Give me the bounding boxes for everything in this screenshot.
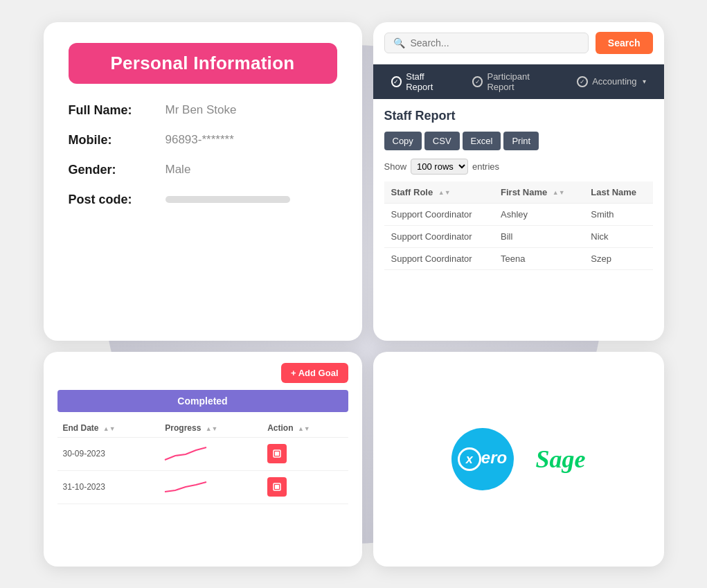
accounting-tab-icon: ✓ [577,76,588,87]
postcode-field: Post code: [69,193,337,207]
action-buttons-group: Copy CSV Excel Print [384,132,653,150]
goal-row-1: 30-09-2023 [57,437,348,470]
col-first-name[interactable]: First Name ▲▼ [494,181,584,204]
goal-action-1 [262,437,348,470]
goal-date-1: 30-09-2023 [57,437,160,470]
svg-rect-3 [275,485,279,489]
fullname-field: Full Name: Mr Ben Stoke [69,103,337,118]
goal-action-btn-2[interactable] [267,477,287,497]
entries-label: entries [472,161,499,172]
col-last-name[interactable]: Last Name [584,181,652,204]
personal-info-header: Personal Information [69,43,337,84]
gender-field: Gender: Male [69,163,337,177]
postcode-label: Post code: [69,193,159,207]
staff-report-card: 🔍 Search ✓ Staff Report ✓ Participant Re… [373,22,664,341]
goal-date-2: 31-10-2023 [57,470,160,504]
participant-report-tab-label: Participant Report [487,71,557,92]
goals-table: End Date ▲▼ Progress ▲▼ Action ▲▼ [57,419,348,504]
xero-logo: xero [451,428,514,490]
col-staff-role[interactable]: Staff Role ▲▼ [384,181,494,204]
staff-last-1: Nick [584,225,652,247]
goals-header: + Add Goal [57,363,348,383]
completed-banner: Completed [57,390,348,412]
xero-circle: x [458,447,481,471]
goal-progress-2 [159,470,262,504]
staff-report-title: Staff Report [384,109,653,123]
staff-last-2: Szep [584,247,652,269]
accounting-tab-label: Accounting [592,76,636,87]
staff-report-tab-label: Staff Report [406,71,453,92]
accounting-chevron-icon: ▾ [643,78,646,85]
staff-report-tab-icon: ✓ [391,76,402,87]
sort-action: ▲▼ [298,425,310,432]
staff-role-1: Support Coordinator [384,225,494,247]
col-end-date[interactable]: End Date ▲▼ [57,419,160,438]
fullname-value: Mr Ben Stoke [165,103,237,117]
mobile-field: Mobile: 96893-******* [69,133,337,148]
col-action[interactable]: Action ▲▼ [262,419,348,438]
gender-label: Gender: [69,163,159,177]
staff-row-0: Support Coordinator Ashley Smith [384,203,653,225]
gender-value: Male [165,163,191,177]
tab-participant-report[interactable]: ✓ Participant Report [463,64,567,99]
search-input[interactable] [411,37,580,48]
goal-action-btn-1[interactable] [267,444,287,463]
staff-row-2: Support Coordinator Teena Szep [384,247,653,269]
search-bar: 🔍 Search [373,22,664,64]
personal-info-title: Personal Information [82,53,323,74]
staff-role-0: Support Coordinator [384,203,494,225]
col-progress[interactable]: Progress ▲▼ [159,419,262,438]
staff-table: Staff Role ▲▼ First Name ▲▼ Last Name [384,181,653,270]
staff-first-0: Ashley [494,203,584,225]
goal-row-2: 31-10-2023 [57,470,348,504]
goal-action-2 [262,470,348,504]
sort-end-date: ▲▼ [103,425,116,432]
personal-info-card: Personal Information Full Name: Mr Ben S… [44,22,362,341]
staff-role-2: Support Coordinator [384,247,494,269]
show-label: Show [384,161,407,172]
staff-last-0: Smith [584,203,652,225]
tab-staff-report[interactable]: ✓ Staff Report [382,64,463,99]
add-goal-button[interactable]: + Add Goal [281,363,348,383]
csv-button[interactable]: CSV [424,132,460,150]
xero-label: xero [458,447,507,471]
staff-row-1: Support Coordinator Bill Nick [384,225,653,247]
goal-progress-1 [159,437,262,470]
search-input-wrapper[interactable]: 🔍 [384,33,589,53]
search-button[interactable]: Search [596,32,653,54]
progress-chart-1 [165,443,206,463]
copy-button[interactable]: Copy [384,132,422,150]
integrations-card: xero Sage [373,352,664,567]
sort-progress: ▲▼ [206,425,218,432]
staff-first-2: Teena [494,247,584,269]
rows-select[interactable]: 100 rows 50 rows 25 rows [411,159,468,175]
svg-rect-1 [275,452,279,456]
staff-first-1: Bill [494,225,584,247]
sort-icon-role: ▲▼ [438,189,451,196]
progress-chart-2 [165,476,206,496]
mobile-value: 96893-******* [165,133,234,147]
staff-body: Staff Report Copy CSV Excel Print Show 1… [373,99,664,341]
participant-report-tab-icon: ✓ [472,76,483,87]
goals-card: + Add Goal Completed End Date ▲▼ Progres… [44,352,362,567]
excel-button[interactable]: Excel [463,132,501,150]
print-button[interactable]: Print [503,132,539,150]
search-icon: 🔍 [393,37,405,48]
postcode-bar [165,196,290,203]
staff-tabs: ✓ Staff Report ✓ Participant Report ✓ Ac… [373,64,664,99]
sage-label: Sage [536,445,586,474]
fullname-label: Full Name: [69,103,159,118]
outer-container: Personal Information Full Name: Mr Ben S… [42,10,665,578]
sort-icon-first: ▲▼ [553,189,565,196]
mobile-label: Mobile: [69,133,159,148]
tab-accounting[interactable]: ✓ Accounting ▾ [567,69,655,94]
show-rows-row: Show 100 rows 50 rows 25 rows entries [384,159,653,175]
